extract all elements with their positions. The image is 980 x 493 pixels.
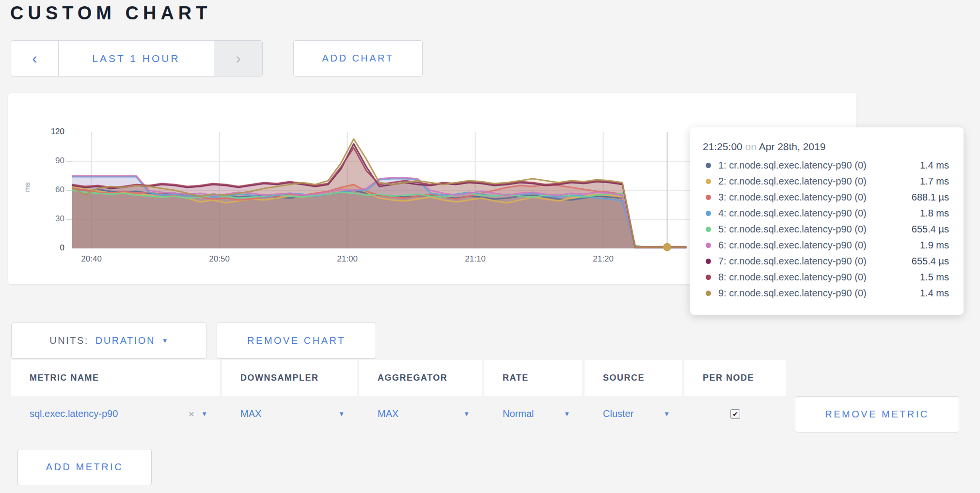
tooltip-series-row: 8: cr.node.sql.exec.latency-p90 (0)1.5 m… [703,269,949,285]
series-label: 6: cr.node.sql.exec.latency-p90 (0) [718,240,867,251]
header-rate: RATE [484,360,585,396]
aggregator-value: MAX [378,408,398,419]
series-value: 688.1 µs [912,192,949,203]
series-value: 655.4 µs [912,224,949,235]
tooltip-series-row: 6: cr.node.sql.exec.latency-p90 (0)1.9 m… [703,237,949,253]
tooltip-series-row: 2: cr.node.sql.exec.latency-p90 (0)1.7 m… [703,173,949,189]
time-window-selector: ‹ LAST 1 HOUR › [11,40,263,77]
metrics-table-header: METRIC NAME DOWNSAMPLER AGGREGATOR RATE … [11,360,786,396]
series-label: 7: cr.node.sql.exec.latency-p90 (0) [718,256,867,267]
downsampler-select[interactable]: MAX ▼ [222,396,359,432]
x-axis-tick-label: 21:10 [449,254,502,264]
x-axis-tick-label: 21:20 [577,254,630,264]
chevron-right-icon: › [236,49,241,67]
series-label: 1: cr.node.sql.exec.latency-p90 (0) [718,160,867,171]
series-label: 5: cr.node.sql.exec.latency-p90 (0) [718,224,867,235]
tooltip-series-row: 3: cr.node.sql.exec.latency-p90 (0)688.1… [703,189,949,205]
series-color-dot [706,291,711,296]
tooltip-series-row: 7: cr.node.sql.exec.latency-p90 (0)655.4… [703,253,949,269]
series-value: 655.4 µs [912,256,949,267]
chevron-left-icon: ‹ [32,49,37,67]
series-color-dot [706,227,711,232]
series-color-dot [706,259,711,264]
caret-down-icon: ▼ [338,410,345,417]
tooltip-series-row: 4: cr.node.sql.exec.latency-p90 (0)1.8 m… [703,205,949,221]
series-color-dot [706,211,711,216]
series-color-dot [706,163,711,168]
series-color-dot [706,179,711,184]
series-label: 2: cr.node.sql.exec.latency-p90 (0) [718,176,867,187]
rate-select[interactable]: Normal ▼ [484,396,585,432]
series-label: 4: cr.node.sql.exec.latency-p90 (0) [718,208,867,219]
series-color-dot [706,195,711,200]
time-next-button[interactable]: › [214,41,262,76]
remove-chart-button[interactable]: REMOVE CHART [217,323,376,359]
rate-value: Normal [503,408,534,419]
source-select[interactable]: Cluster ▼ [585,396,684,432]
y-axis-tick-label: 120 [26,127,64,137]
per-node-cell: ✔ [684,396,786,432]
series-label: 8: cr.node.sql.exec.latency-p90 (0) [718,272,867,283]
caret-down-icon: ▼ [664,410,670,417]
downsampler-value: MAX [240,408,261,419]
x-axis-tick-label: 20:40 [65,254,118,264]
series-value: 1.5 ms [920,272,949,283]
custom-chart-page: CUSTOM CHART ‹ LAST 1 HOUR › ADD CHART m… [0,0,980,493]
y-axis-tick-label: 30 [26,214,64,224]
caret-down-icon: ▼ [463,410,470,417]
caret-down-icon[interactable]: ▼ [201,410,207,417]
series-color-dot [706,275,711,280]
time-prev-button[interactable]: ‹ [11,41,59,76]
units-selector[interactable]: UNITS: DURATION ▼ [11,323,206,359]
series-value: 1.4 ms [920,288,949,299]
tooltip-header: 21:25:00 on Apr 28th, 2019 [703,141,949,153]
series-value: 1.8 ms [920,208,949,219]
series-value: 1.7 ms [920,176,949,187]
source-value: Cluster [603,408,633,419]
x-axis-tick-label: 21:00 [321,254,374,264]
tooltip-series-row: 5: cr.node.sql.exec.latency-p90 (0)655.4… [703,221,949,237]
series-value: 1.9 ms [920,240,949,251]
tooltip-series-row: 1: cr.node.sql.exec.latency-p90 (0)1.4 m… [703,157,949,173]
tooltip-time: 21:25:00 [703,141,743,152]
y-axis-tick-label: 90 [26,156,64,166]
x-axis-tick-label: 20:50 [193,254,246,264]
units-prefix-label: UNITS: [49,335,89,346]
units-value: DURATION [95,335,155,346]
hover-point-dot [663,243,671,251]
check-icon: ✔ [732,410,738,418]
tooltip-series-row: 9: cr.node.sql.exec.latency-p90 (0)1.4 m… [703,285,949,301]
per-node-checkbox[interactable]: ✔ [730,409,740,419]
clear-metric-icon[interactable]: × [189,408,194,420]
caret-down-icon: ▼ [564,410,570,417]
y-axis-tick-label: 0 [26,243,64,253]
remove-metric-button[interactable]: REMOVE METRIC [795,396,959,432]
metric-name-value[interactable]: sql.exec.latency-p90 [30,408,118,419]
header-downsampler: DOWNSAMPLER [222,360,359,396]
series-label: 3: cr.node.sql.exec.latency-p90 (0) [718,192,867,203]
chart-hover-tooltip: 21:25:00 on Apr 28th, 2019 1: cr.node.sq… [690,127,964,315]
header-aggregator: AGGREGATOR [359,360,484,396]
series-color-dot [706,243,711,248]
caret-down-icon: ▼ [162,337,168,344]
page-title: CUSTOM CHART [10,3,212,24]
add-chart-button[interactable]: ADD CHART [293,40,423,77]
header-per-node: PER NODE [684,360,786,396]
aggregator-select[interactable]: MAX ▼ [359,396,484,432]
time-window-label[interactable]: LAST 1 HOUR [59,41,214,76]
metric-name-cell: sql.exec.latency-p90 × ▼ [11,396,222,432]
header-source: SOURCE [585,360,684,396]
add-metric-button[interactable]: ADD METRIC [17,449,152,485]
metric-row: sql.exec.latency-p90 × ▼ MAX ▼ MAX ▼ Nor… [11,396,786,432]
series-label: 9: cr.node.sql.exec.latency-p90 (0) [718,288,867,299]
y-axis-tick-label: 60 [26,185,64,195]
header-metric-name: METRIC NAME [11,360,222,396]
series-value: 1.4 ms [920,160,949,171]
tooltip-series-list: 1: cr.node.sql.exec.latency-p90 (0)1.4 m… [703,157,949,301]
